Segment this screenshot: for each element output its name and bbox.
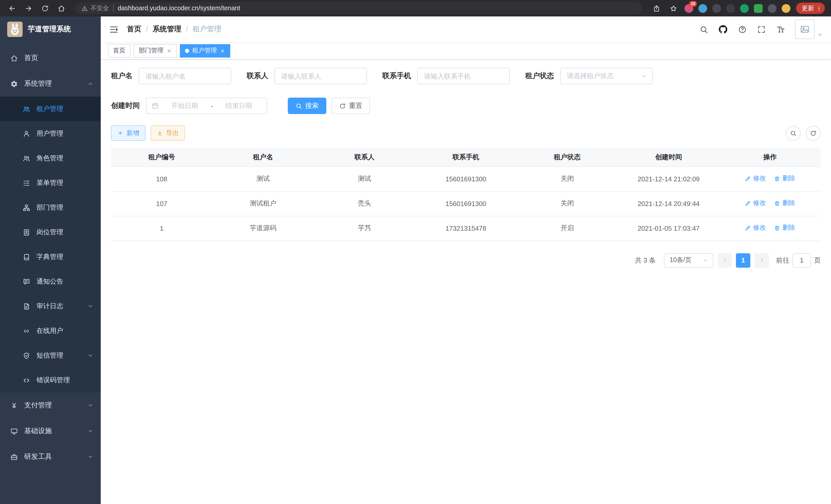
help-button[interactable] — [738, 25, 747, 34]
sidebar-item-dict[interactable]: 字典管理 — [0, 244, 101, 269]
tool-icon — [10, 453, 18, 461]
sidebar-item-tenant[interactable]: 租户管理 — [0, 97, 101, 121]
sidebar-item-home[interactable]: 首页 — [0, 45, 101, 71]
warning-icon — [81, 5, 88, 11]
sidebar-item-online-user[interactable]: 在线用户 — [0, 319, 101, 343]
close-icon[interactable] — [167, 48, 172, 53]
sidebar-item-user[interactable]: 用户管理 — [0, 121, 101, 146]
chevron-down-icon — [817, 32, 823, 39]
sidebar-item-audit-log[interactable]: 审计日志 — [0, 294, 101, 319]
github-link[interactable] — [718, 25, 728, 34]
contact-input[interactable] — [275, 68, 367, 84]
page-content: 租户名 联系人 联系手机 租户状态 — [101, 60, 831, 504]
prev-page-button[interactable] — [717, 253, 732, 267]
online-icon — [23, 327, 30, 335]
app-frame: 芋道管理系统 首页系统管理租户管理用户管理角色管理菜单管理部门管理岗位管理字典管… — [0, 17, 831, 504]
app-logo-link[interactable]: 芋道管理系统 — [0, 17, 101, 42]
start-date-placeholder: 开始日期 — [162, 101, 208, 111]
edit-link[interactable]: 修改 — [745, 199, 766, 208]
tab-home[interactable]: 首页 — [108, 44, 131, 57]
fullscreen-icon — [757, 25, 766, 34]
extension-3[interactable] — [712, 4, 721, 12]
page-size-select[interactable]: 10条/页 — [664, 253, 713, 267]
toggle-search-button[interactable] — [786, 126, 801, 141]
refresh-table-button[interactable] — [806, 126, 821, 141]
create-time-range-picker[interactable]: 开始日期 - 结束日期 — [146, 98, 267, 114]
delete-link[interactable]: 删除 — [774, 174, 795, 183]
sidebar-item-dept[interactable]: 部门管理 — [0, 195, 101, 220]
browser-reload-button[interactable] — [38, 2, 51, 15]
sidebar-toggle-button[interactable] — [109, 24, 119, 34]
reset-button[interactable]: 重置 — [332, 98, 370, 114]
close-icon[interactable] — [220, 48, 225, 53]
sidebar-item-label: 租户管理 — [36, 104, 93, 114]
sidebar-item-sms[interactable]: 短信管理 — [0, 343, 101, 368]
address-bar[interactable]: 不安全 dashboard.yudao.iocoder.cn/system/te… — [75, 2, 642, 14]
security-indicator[interactable]: 不安全 — [81, 4, 109, 12]
add-button[interactable]: 新增 — [111, 125, 145, 141]
table-header: 租户编号租户名联系人联系手机租户状态创建时间操作 — [111, 148, 821, 167]
tab-tenant[interactable]: 租户管理 — [180, 44, 230, 57]
sidebar-item-label: 短信管理 — [36, 351, 93, 360]
header-search-button[interactable] — [699, 25, 708, 34]
sidebar-item-post[interactable]: 岗位管理 — [0, 220, 101, 244]
tab-label: 租户管理 — [192, 46, 217, 55]
sidebar-item-dev-tool[interactable]: 研发工具 — [0, 444, 101, 470]
user-avatar-menu[interactable] — [795, 20, 823, 39]
sidebar-item-menu[interactable]: 菜单管理 — [0, 171, 101, 195]
created-cell: 2021-01-05 17:03:47 — [618, 216, 719, 240]
trash-icon — [774, 176, 780, 182]
sidebar-item-label: 错误码管理 — [36, 376, 93, 385]
browser-profile-avatar[interactable] — [782, 4, 791, 12]
tab-label: 部门管理 — [139, 46, 164, 55]
browser-home-button[interactable] — [55, 2, 68, 15]
tenant-name-input[interactable] — [139, 68, 231, 84]
extension-4[interactable] — [726, 4, 735, 12]
sidebar-item-error-code[interactable]: 错误码管理 — [0, 368, 101, 392]
update-button[interactable]: 更新 — [796, 3, 825, 14]
breadcrumb-item[interactable]: 首页 — [127, 25, 153, 34]
tab-dept[interactable]: 部门管理 — [134, 44, 177, 57]
fullscreen-button[interactable] — [757, 25, 766, 34]
delete-link[interactable]: 删除 — [774, 199, 795, 208]
kebab-menu-icon[interactable] — [815, 5, 822, 11]
extension-7[interactable] — [768, 4, 776, 12]
search-button[interactable]: 搜索 — [288, 98, 326, 114]
export-button[interactable]: 导出 — [150, 125, 185, 141]
extension-1[interactable]: 10 — [685, 4, 693, 12]
goto-unit-label: 页 — [814, 256, 821, 265]
next-page-button[interactable] — [754, 253, 769, 267]
sidebar-item-label: 字典管理 — [36, 252, 93, 262]
edit-link[interactable]: 修改 — [745, 174, 766, 183]
delete-link[interactable]: 删除 — [774, 224, 795, 233]
bookmark-button[interactable] — [667, 3, 679, 14]
sidebar-item-system[interactable]: 系统管理 — [0, 71, 101, 97]
phone-cell: 15601691300 — [415, 191, 517, 216]
submenu-system: 租户管理用户管理角色管理菜单管理部门管理岗位管理字典管理通知公告审计日志在线用户… — [0, 97, 101, 392]
broken-image-icon — [800, 24, 810, 34]
money-icon — [10, 402, 18, 409]
page-button-1[interactable]: 1 — [736, 253, 750, 267]
phone-cell: 17321315478 — [415, 216, 517, 240]
sidebar-item-pay[interactable]: 支付管理 — [0, 392, 101, 418]
font-size-button[interactable] — [776, 25, 785, 34]
sidebar-item-infra[interactable]: 基础设施 — [0, 418, 101, 444]
phone-input[interactable] — [417, 68, 510, 84]
edit-icon — [745, 225, 751, 231]
contact-label: 联系人 — [247, 71, 268, 81]
sidebar-item-role[interactable]: 角色管理 — [0, 146, 101, 171]
goto-page-input[interactable] — [793, 253, 811, 267]
breadcrumb-item[interactable]: 系统管理 — [153, 25, 193, 34]
tenant-status-select[interactable]: 请选择租户状态 — [560, 68, 653, 84]
extension-2[interactable] — [698, 4, 707, 12]
browser-back-button[interactable] — [5, 2, 19, 15]
refresh-icon — [810, 130, 816, 137]
browser-forward-button[interactable] — [22, 2, 35, 15]
edit-link[interactable]: 修改 — [745, 224, 766, 233]
sidebar-item-notice[interactable]: 通知公告 — [0, 269, 101, 294]
extension-6[interactable] — [754, 4, 763, 12]
extension-5[interactable] — [740, 4, 749, 12]
edit-icon — [745, 200, 751, 207]
sms-icon — [23, 352, 30, 359]
share-button[interactable] — [651, 3, 662, 14]
